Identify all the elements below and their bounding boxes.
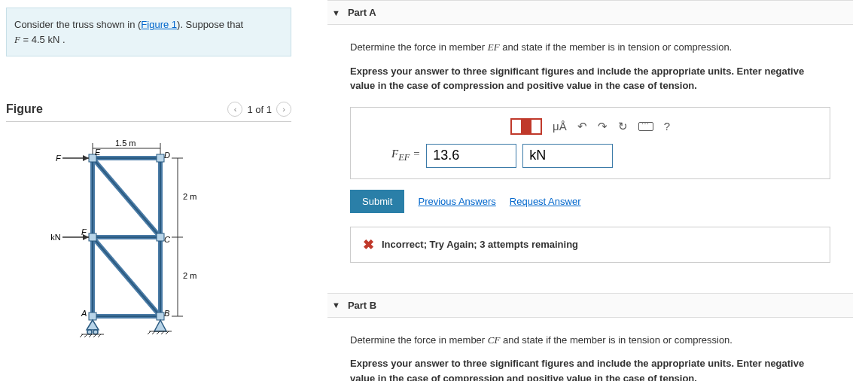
reset-icon[interactable]: ↻ [618,120,628,133]
figure-link[interactable]: Figure 1 [141,19,177,30]
svg-line-37 [84,334,87,337]
feedback-text: Incorrect; Try Again; 3 attempts remaini… [382,239,578,250]
previous-answers-link[interactable]: Previous Answers [418,196,495,207]
part-b-title: Part B [348,300,376,311]
request-answer-link[interactable]: Request Answer [510,196,581,207]
part-b-instruction: Express your answer to three significant… [350,356,830,381]
svg-line-40 [98,334,101,337]
pager-next-button[interactable]: › [276,102,291,117]
qb-member: CF [488,334,501,346]
pager-text: 1 of 1 [247,104,272,115]
caret-down-icon: ▼ [332,300,340,309]
part-a-instruction: Express your answer to three significant… [350,64,830,93]
incorrect-icon: ✖ [363,236,374,253]
svg-line-22 [93,158,160,237]
svg-text:D: D [164,151,170,160]
answer-toolbar: μÅ ↶ ↷ ↻ ? [361,118,819,135]
undo-icon[interactable]: ↶ [577,120,587,133]
svg-marker-47 [83,155,89,161]
answer-box: μÅ ↶ ↷ ↻ ? FEF = [350,107,830,179]
submit-button[interactable]: Submit [350,190,404,213]
unit-input[interactable] [522,144,613,168]
special-chars-button[interactable]: μÅ [553,120,567,133]
svg-text:2 m: 2 m [183,271,196,280]
q-post: and state if the member is in tension or… [500,41,732,53]
help-icon[interactable]: ? [664,120,670,133]
svg-marker-30 [87,320,99,330]
problem-text-prefix: Consider the truss shown in ( [14,19,141,30]
problem-eq-val: = 4.5 kN . [20,34,65,45]
svg-text:E: E [95,148,101,157]
truss-figure: 1.5 m 2 m 2 m [6,136,291,341]
svg-text:F: F [81,227,87,236]
svg-marker-33 [154,320,166,331]
svg-text:B: B [164,309,169,318]
pager-prev-button[interactable]: ‹ [227,102,242,117]
svg-rect-28 [89,312,96,320]
part-b-question: Determine the force in member CF and sta… [350,333,830,348]
keyboard-icon[interactable] [638,122,653,131]
svg-point-32 [93,330,98,334]
svg-rect-26 [89,233,96,241]
svg-line-41 [148,331,151,334]
answer-label: FEF = [391,148,420,163]
svg-rect-27 [157,233,164,241]
part-a-question: Determine the force in member EF and sta… [350,40,830,55]
problem-text-suffix: ). Suppose that [177,19,243,30]
feedback-box: ✖ Incorrect; Try Again; 3 attempts remai… [350,227,830,263]
part-a-header[interactable]: ▼ Part A [327,0,853,25]
qb-pre: Determine the force in member [350,334,488,346]
q-member: EF [488,41,500,53]
part-a-title: Part A [348,7,376,18]
figure-pager: ‹ 1 of 1 › [227,102,291,117]
svg-line-23 [93,237,160,316]
qb-post: and state if the member is in tension or… [500,334,732,346]
svg-text:A: A [81,309,87,318]
value-input[interactable] [426,144,516,168]
part-b-header[interactable]: ▼ Part B [327,293,853,318]
svg-text:1.5 m: 1.5 m [115,139,136,148]
svg-text:C: C [164,235,170,244]
problem-eq-var: F [14,34,20,45]
svg-line-36 [80,334,83,337]
problem-statement: Consider the truss shown in (Figure 1). … [6,8,291,56]
template-icon[interactable] [510,118,542,135]
caret-down-icon: ▼ [332,8,340,17]
svg-text:F: F [56,154,62,163]
svg-text:2 m: 2 m [183,192,196,201]
redo-icon[interactable]: ↷ [598,120,608,133]
figure-title: Figure [6,102,43,116]
svg-point-31 [87,330,92,334]
svg-text:8 kN: 8 kN [51,233,61,242]
q-pre: Determine the force in member [350,41,488,53]
svg-rect-25 [157,154,164,162]
